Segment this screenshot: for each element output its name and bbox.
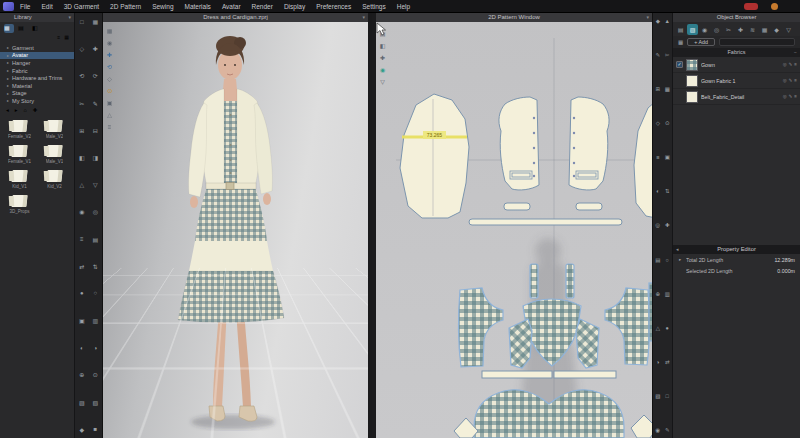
tool-icon[interactable]: ▥ bbox=[663, 289, 673, 299]
tool-icon[interactable]: ▤ bbox=[653, 255, 663, 265]
object-browser-tab-icon[interactable]: ◉ bbox=[699, 24, 710, 35]
tool-icon[interactable]: ▣ bbox=[663, 152, 673, 162]
tool-icon[interactable]: ✂ bbox=[75, 98, 89, 109]
tool-icon[interactable]: ⇄ bbox=[663, 357, 673, 367]
object-browser-tab-icon[interactable]: ◎ bbox=[711, 24, 722, 35]
menu-item[interactable]: Avatar bbox=[222, 3, 241, 10]
menu-item[interactable]: Help bbox=[397, 3, 410, 10]
tool-icon[interactable]: ◨ bbox=[89, 152, 103, 163]
tool-icon[interactable]: □ bbox=[75, 16, 89, 27]
viewport-tool-icon[interactable]: ▦ bbox=[105, 26, 114, 35]
tool-icon[interactable]: ▥ bbox=[89, 315, 103, 326]
tool-icon[interactable]: ⊕ bbox=[75, 369, 89, 380]
library-panel-header[interactable]: Library ▾ bbox=[0, 13, 74, 22]
tool-icon[interactable]: ◑ bbox=[89, 342, 103, 353]
tool-icon[interactable]: ◑ bbox=[653, 357, 663, 367]
tool-icon[interactable]: △ bbox=[653, 323, 663, 333]
tool-icon[interactable]: ≡ bbox=[653, 152, 663, 162]
viewport-tool-icon[interactable]: ✚ bbox=[105, 50, 114, 59]
edit-icon[interactable]: ✎ bbox=[789, 78, 793, 83]
edit-icon[interactable]: ✎ bbox=[789, 94, 793, 99]
tool-icon[interactable]: ■ bbox=[89, 424, 103, 435]
tool-icon[interactable]: ◧ bbox=[75, 152, 89, 163]
object-browser-tab-icon[interactable]: ◆ bbox=[771, 24, 782, 35]
tool-icon[interactable]: ◇ bbox=[653, 118, 663, 128]
tool-icon[interactable]: ◐ bbox=[653, 186, 663, 196]
tool-icon[interactable]: ▤ bbox=[89, 234, 103, 245]
disclosure-icon[interactable]: ▸ bbox=[679, 257, 686, 262]
tool-icon[interactable]: ▨ bbox=[653, 391, 663, 401]
menu-item[interactable]: Render bbox=[252, 3, 273, 10]
object-browser-tab-icon[interactable]: ≋ bbox=[747, 24, 758, 35]
tool-icon[interactable]: ⊞ bbox=[75, 125, 89, 136]
tool-icon[interactable]: ✎ bbox=[653, 50, 663, 60]
menu-item[interactable]: Materials bbox=[185, 3, 211, 10]
3d-garment-viewport[interactable]: Dress and Cardigan.zprj ▾ ▦◉✚⟲◇⊙▣△≡ bbox=[103, 13, 368, 438]
library-tree-item[interactable]: ▸ Avatar bbox=[0, 52, 74, 60]
property-row[interactable]: Selected 2D Length 0.000m bbox=[673, 265, 800, 276]
tool-icon[interactable]: ◉ bbox=[653, 425, 663, 435]
visibility-icon[interactable]: ◎ bbox=[783, 94, 787, 99]
pattern-canvas[interactable]: 73.265 bbox=[376, 22, 652, 438]
fabric-swatch[interactable] bbox=[686, 75, 698, 87]
chevron-down-icon[interactable]: ▾ bbox=[646, 13, 649, 22]
library-tree-item[interactable]: ▸ Hardware and Trims bbox=[0, 74, 74, 82]
tool-icon[interactable]: ⊟ bbox=[89, 125, 103, 136]
object-browser-tab-icon[interactable]: ✚ bbox=[735, 24, 746, 35]
back-icon[interactable]: ◂ bbox=[6, 107, 9, 113]
home-icon[interactable]: ⌂ bbox=[24, 107, 27, 113]
library-tree-item[interactable]: ▸ Material bbox=[0, 82, 74, 90]
property-row[interactable]: ▸ Total 2D Length 12.289m bbox=[673, 254, 800, 265]
tool-icon[interactable]: ● bbox=[663, 323, 673, 333]
tool-icon[interactable]: ▧ bbox=[89, 397, 103, 408]
tool-icon[interactable]: ✎ bbox=[89, 98, 103, 109]
tool-icon[interactable]: ○ bbox=[89, 288, 103, 299]
tool-icon[interactable]: ▽ bbox=[89, 179, 103, 190]
forward-icon[interactable]: ▸ bbox=[15, 107, 18, 113]
filter-icon[interactable]: ▦ bbox=[678, 39, 683, 45]
viewport-tool-icon[interactable]: ◧ bbox=[378, 41, 387, 50]
library-tree-item[interactable]: ▸ My Story bbox=[0, 97, 74, 105]
viewport-tool-icon[interactable]: ▽ bbox=[378, 77, 387, 86]
viewport-tool-icon[interactable]: ⊙ bbox=[105, 86, 114, 95]
collapse-panel-icon[interactable]: ◂ bbox=[676, 245, 679, 254]
3d-viewport-titlebar[interactable]: Dress and Cardigan.zprj ▾ bbox=[103, 13, 368, 22]
sort-icon[interactable]: ≡ bbox=[57, 34, 60, 42]
menu-item[interactable]: 2D Pattern bbox=[110, 3, 141, 10]
tool-icon[interactable]: ⇅ bbox=[89, 261, 103, 272]
menu-icon[interactable]: ≡ bbox=[794, 78, 797, 83]
tool-icon[interactable]: ⟳ bbox=[89, 70, 103, 81]
library-folder[interactable]: Male_V1 bbox=[37, 145, 72, 164]
tool-icon[interactable]: ✂ bbox=[663, 50, 673, 60]
tool-icon[interactable]: ◆ bbox=[653, 16, 663, 26]
menu-icon[interactable]: ≡ bbox=[794, 94, 797, 99]
viewport-tool-icon[interactable]: ◉ bbox=[378, 65, 387, 74]
library-folder[interactable]: Male_V2 bbox=[37, 120, 72, 139]
tool-icon[interactable]: ⇅ bbox=[663, 186, 673, 196]
2d-pattern-viewport[interactable]: 2D Pattern Window ▾ ▤◧✚◉▽ bbox=[372, 13, 652, 438]
menu-item[interactable]: 3D Garment bbox=[64, 3, 99, 10]
fabric-row[interactable]: ✓ Gown ◎ ✎ ≡ bbox=[673, 57, 800, 73]
tool-icon[interactable]: ◆ bbox=[75, 424, 89, 435]
tool-icon[interactable]: ✎ bbox=[663, 425, 673, 435]
menu-item[interactable]: Edit bbox=[41, 3, 52, 10]
menu-item[interactable]: Sewing bbox=[152, 3, 173, 10]
tool-icon[interactable]: ◇ bbox=[75, 43, 89, 54]
tool-icon[interactable]: ◎ bbox=[89, 206, 103, 217]
object-browser-tab-icon[interactable]: ▨ bbox=[687, 24, 698, 35]
thumbnail-view-icon[interactable]: ▦ bbox=[64, 34, 69, 42]
tool-icon[interactable]: ▦ bbox=[89, 16, 103, 27]
viewport-tool-icon[interactable]: ▣ bbox=[105, 98, 114, 107]
tool-icon[interactable]: ✚ bbox=[89, 43, 103, 54]
chevron-down-icon[interactable]: ▾ bbox=[68, 13, 71, 22]
viewport-tool-icon[interactable]: ◉ bbox=[105, 38, 114, 47]
library-split-icon[interactable]: ◧ bbox=[32, 24, 42, 33]
tool-icon[interactable]: ◉ bbox=[75, 206, 89, 217]
tool-icon[interactable]: ⊙ bbox=[663, 118, 673, 128]
tool-icon[interactable]: ○ bbox=[663, 255, 673, 265]
library-folder[interactable]: 3D_Props bbox=[2, 195, 37, 214]
menu-item[interactable]: Settings bbox=[362, 3, 386, 10]
tool-icon[interactable]: △ bbox=[75, 179, 89, 190]
library-tree-item[interactable]: ▸ Fabric bbox=[0, 67, 74, 75]
fabric-row[interactable]: ✓ Belt_Fabric_Detail ◎ ✎ ≡ bbox=[673, 89, 800, 105]
